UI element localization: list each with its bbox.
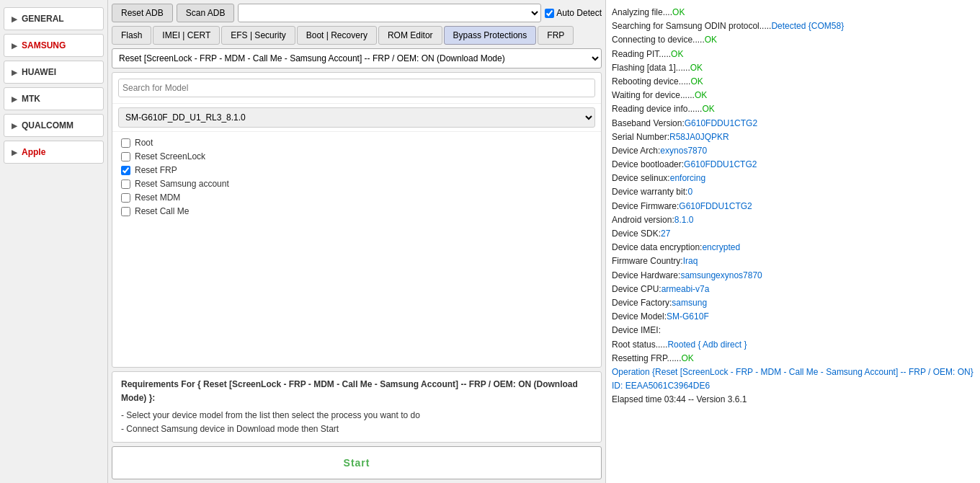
sidebar-item-label: QUALCOMM: [22, 120, 74, 130]
log-line: Serial Number: R58JA0JQPKR: [612, 130, 974, 144]
checkbox-item-reset-mdm: Reset MDM: [121, 192, 592, 203]
model-dropdown[interactable]: SM-G610F_DD_U1_RL3_8.1.0: [118, 107, 595, 128]
arrow-icon: ▶: [12, 95, 17, 103]
log-line: Device Firmware: G610FDDU1CTG2: [612, 200, 974, 213]
log-text: Device Firmware:: [612, 200, 679, 213]
tab-rom-editor[interactable]: ROM Editor: [378, 26, 442, 45]
tab-frp[interactable]: FRP: [538, 26, 574, 45]
log-line: Device Hardware: samsungexynos7870: [612, 269, 974, 283]
sidebar-item-samsung[interactable]: ▶SAMSUNG: [4, 34, 104, 57]
log-text: Firmware Country:: [612, 254, 683, 268]
log-text: Root status.....: [612, 338, 667, 352]
reset-adb-button[interactable]: Reset ADB: [112, 4, 173, 22]
log-line: Device bootloader: G610FDDU1CTG2: [612, 158, 974, 172]
log-text: OK: [682, 352, 694, 365]
sidebar-item-general[interactable]: ▶GENERAL: [4, 7, 104, 30]
sidebar: ▶GENERAL▶SAMSUNG▶HUAWEI▶MTK▶QUALCOMM▶App…: [0, 0, 108, 483]
scan-adb-button[interactable]: Scan ADB: [177, 4, 235, 22]
toolbar: Reset ADB Scan ADB Auto Detect: [112, 4, 602, 22]
log-text: OK: [671, 48, 683, 61]
tab-efs-security[interactable]: EFS | Security: [221, 26, 295, 45]
log-text: Resetting FRP......: [612, 352, 682, 365]
log-line: Analyzing file....OK: [612, 6, 974, 19]
arrow-icon: ▶: [12, 68, 17, 76]
log-text: Device data encryption:: [612, 241, 702, 254]
log-line: Elapsed time 03:44 -- Version 3.6.1: [612, 393, 974, 407]
model-search-input[interactable]: [118, 79, 595, 97]
log-text: Searching for Samsung ODIN protocol.....: [612, 19, 771, 33]
log-text: Elapsed time 03:44 -- Version 3.6.1: [612, 393, 747, 407]
auto-detect-wrap: Auto Detect: [545, 8, 602, 18]
log-line: Device Factory: samsung: [612, 296, 974, 310]
log-text: exynos7870: [660, 144, 707, 158]
auto-detect-label: Auto Detect: [556, 8, 602, 18]
checkbox-reset-mdm[interactable]: [121, 193, 130, 203]
log-text: OK: [690, 75, 703, 89]
checkbox-root[interactable]: [121, 138, 130, 148]
log-text: encrypted: [702, 241, 740, 254]
log-text: Device selinux:: [612, 172, 670, 185]
tab-bypass-protections[interactable]: Bypass Protections: [444, 26, 537, 45]
log-text: Device Model:: [612, 310, 667, 324]
tab-boot-recovery[interactable]: Boot | Recovery: [297, 26, 377, 45]
start-button[interactable]: Start: [112, 446, 602, 479]
log-line: Rebooting device.....OK: [612, 75, 974, 89]
operation-wrap: Reset [ScreenLock - FRP - MDM - Call Me …: [112, 48, 602, 68]
log-line: Device selinux: enforcing: [612, 172, 974, 185]
checkbox-item-root: Root: [121, 138, 592, 148]
operation-select[interactable]: Reset [ScreenLock - FRP - MDM - Call Me …: [112, 48, 602, 68]
tab-imei-cert[interactable]: IMEI | CERT: [153, 26, 220, 45]
checkbox-item-reset-frp: Reset FRP: [121, 165, 592, 175]
sidebar-item-label: Apple: [22, 147, 45, 157]
checkbox-label-root: Root: [135, 138, 153, 148]
log-line: Android version: 8.1.0: [612, 213, 974, 227]
log-text: Device CPU:: [612, 283, 662, 296]
log-line: Reading device info......OK: [612, 102, 974, 116]
log-text: OK: [702, 102, 714, 116]
arrow-icon: ▶: [12, 122, 17, 130]
auto-detect-checkbox[interactable]: [545, 9, 554, 18]
log-line: Resetting FRP......OK: [612, 352, 974, 365]
log-text: OK: [695, 89, 707, 102]
port-select[interactable]: [238, 4, 541, 22]
log-line: Baseband Version: G610FDDU1CTG2: [612, 117, 974, 130]
checkbox-reset-frp[interactable]: [121, 166, 130, 175]
checkbox-reset-screenlock[interactable]: [121, 152, 130, 161]
log-text: Device bootloader:: [612, 158, 684, 172]
checkbox-label-reset-mdm: Reset MDM: [135, 192, 180, 203]
log-text: Device IMEI:: [612, 324, 661, 337]
log-line: Device warranty bit: 0: [612, 185, 974, 199]
log-line: Device IMEI:: [612, 324, 974, 337]
sidebar-item-mtk[interactable]: ▶MTK: [4, 87, 104, 110]
sidebar-item-huawei[interactable]: ▶HUAWEI: [4, 61, 104, 84]
log-line: Operation {Reset [ScreenLock - FRP - MDM…: [612, 365, 974, 379]
log-line: Device Arch: exynos7870: [612, 144, 974, 158]
log-text: Rebooting device.....: [612, 75, 690, 89]
checkbox-item-reset-call-me: Reset Call Me: [121, 206, 592, 216]
requirement-line: - Connect Samsung device in Download mod…: [121, 422, 592, 436]
checkbox-item-reset-screenlock: Reset ScreenLock: [121, 151, 592, 161]
sidebar-item-label: SAMSUNG: [22, 40, 66, 50]
log-text: armeabi-v7a: [662, 283, 710, 296]
checkbox-reset-call-me[interactable]: [121, 207, 130, 216]
sidebar-item-apple[interactable]: ▶Apple: [4, 141, 104, 164]
log-panel: Analyzing file....OKSearching for Samsun…: [605, 0, 980, 483]
tab-flash[interactable]: Flash: [112, 26, 151, 45]
log-text: Device Factory:: [612, 296, 672, 310]
log-line: Flashing [data 1]......OK: [612, 61, 974, 75]
checkbox-reset-samsung-account[interactable]: [121, 180, 130, 189]
log-line: Root status.....Rooted { Adb direct }: [612, 338, 974, 352]
log-line: Reading PIT.....OK: [612, 48, 974, 61]
arrow-icon: ▶: [12, 42, 17, 50]
log-line: Device Model: SM-G610F: [612, 310, 974, 324]
checkbox-label-reset-samsung-account: Reset Samsung account: [135, 179, 229, 189]
main-content: Reset ADB Scan ADB Auto Detect FlashIMEI…: [108, 0, 605, 483]
log-line: ID: EEAA5061C3964DE6: [612, 379, 974, 393]
log-text: Detected {COM58}: [771, 19, 844, 33]
log-text: 0: [687, 185, 692, 199]
sidebar-item-label: MTK: [22, 94, 40, 104]
sidebar-item-qualcomm[interactable]: ▶QUALCOMM: [4, 114, 104, 137]
log-text: OK: [690, 61, 703, 75]
model-dropdown-row: SM-G610F_DD_U1_RL3_8.1.0: [112, 104, 601, 132]
log-text: Analyzing file....: [612, 6, 672, 19]
